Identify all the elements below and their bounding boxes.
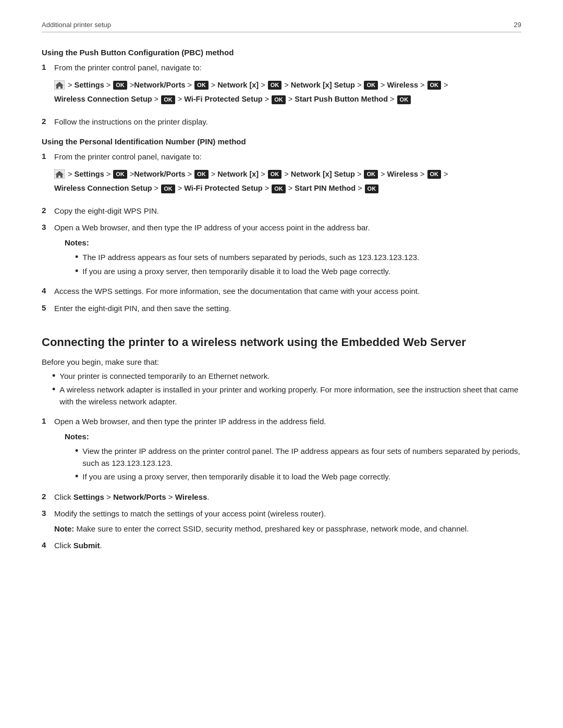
ok-btn-4: OK [364, 81, 378, 90]
pbc-step1-number: 1 [42, 62, 54, 71]
pbc-nav1-netports: >Network/Ports > [128, 81, 194, 89]
ok-btn-p4: OK [364, 170, 378, 179]
embedded-notes-block: Notes: View the printer IP address on th… [65, 431, 521, 483]
pbc-section: Using the Push Button Configuration (PBC… [42, 48, 521, 128]
pin-nav2-wireless: > Wireless > [378, 170, 427, 178]
pbc-step2: 2 Follow the instructions on the printer… [42, 116, 521, 128]
pin-step2: 2 Copy the eight-digit WPS PIN. [42, 205, 521, 217]
pbc-nav1-netxsetup: > Network [x] Setup > [282, 81, 363, 89]
pin-nav2-settings: > Settings > [68, 170, 113, 178]
pin-step3: 3 Open a Web browser, and then type the … [42, 222, 521, 280]
pin-note-1: The IP address appears as four sets of n… [75, 252, 521, 264]
ok-btn-1: OK [113, 81, 127, 90]
embedded-step2-content: Click Settings > Network/Ports > Wireles… [54, 491, 521, 503]
embedded-step2-settings: Settings [74, 492, 104, 501]
ok-btn-p6: OK [161, 184, 175, 193]
pin-heading: Using the Personal Identification Number… [42, 137, 521, 146]
ok-btn-3: OK [268, 81, 282, 90]
embedded-note-1: View the printer IP address on the print… [75, 446, 521, 469]
embedded-step2-mid: > [104, 492, 113, 501]
ok-btn-p2: OK [194, 170, 209, 179]
pbc-nav1-wireless: > Wireless > [378, 81, 427, 89]
embedded-step1-number: 1 [42, 416, 54, 425]
embedded-step2-prefix: Click [54, 492, 74, 501]
pin-section: Using the Personal Identification Number… [42, 137, 521, 314]
pin-step3-text: Open a Web browser, and then type the IP… [54, 223, 370, 232]
embedded-notes-list: View the printer IP address on the print… [75, 446, 521, 483]
ok-btn-7: OK [272, 95, 286, 104]
embedded-step3-content: Modify the settings to match the setting… [54, 508, 521, 535]
pin-nav2-netxsetup: > Network [x] Setup > [282, 170, 363, 178]
embedded-heading: Connecting the printer to a wireless net… [42, 335, 521, 350]
pin-step1-text: From the printer control panel, navigate… [54, 152, 202, 161]
pin-step3-content: Open a Web browser, and then type the IP… [54, 222, 521, 280]
pin-notes-label: Notes: [65, 237, 521, 249]
pbc-nav1: > Settings > OK >Network/Ports > OK > Ne… [54, 78, 521, 107]
pbc-nav1-arrow: > [442, 81, 448, 89]
pin-step3-number: 3 [42, 222, 54, 231]
embedded-notes-label: Notes: [65, 431, 521, 443]
pin-step5: 5 Enter the eight-digit PIN, and then sa… [42, 303, 521, 315]
embedded-step3-number: 3 [42, 508, 54, 517]
embedded-step1-text: Open a Web browser, and then type the pr… [54, 417, 326, 426]
embedded-step4-prefix: Click [54, 541, 74, 550]
pbc-nav1-settings: > Settings > [68, 81, 113, 89]
pin-step2-number: 2 [42, 205, 54, 215]
pin-notes-block: Notes: The IP address appears as four se… [65, 237, 521, 278]
embedded-bullets: Your printer is connected temporarily to… [52, 371, 521, 408]
embedded-step3-note-label: Note: [54, 524, 74, 533]
pin-notes-list: The IP address appears as four sets of n… [75, 252, 521, 277]
pin-step1-content: From the printer control panel, navigate… [54, 151, 521, 200]
pbc-step2-content: Follow the instructions on the printer d… [54, 116, 521, 128]
embedded-intro: Before you begin, make sure that: [42, 357, 521, 366]
ok-btn-p5: OK [427, 170, 442, 179]
pbc-nav1-wcs: Wireless Connection Setup > [54, 95, 161, 103]
pin-nav2-arrow: > [442, 170, 448, 178]
pbc-step1: 1 From the printer control panel, naviga… [42, 62, 521, 111]
embedded-step2-mid2: > [166, 492, 175, 501]
page-number: 29 [514, 21, 521, 29]
home-icon [54, 80, 65, 90]
ok-btn-p3: OK [268, 170, 282, 179]
pin-step1-number: 1 [42, 151, 54, 161]
embedded-note-2: If you are using a proxy server, then te… [75, 471, 521, 483]
pin-step2-content: Copy the eight-digit WPS PIN. [54, 205, 521, 217]
embedded-step1: 1 Open a Web browser, and then type the … [42, 416, 521, 486]
pin-nav2-wps: > Wi-Fi Protected Setup > [176, 184, 272, 192]
embedded-step3-note-text: Make sure to enter the correct SSID, sec… [74, 524, 469, 533]
home-icon-2 [54, 169, 65, 179]
embedded-step1-content: Open a Web browser, and then type the pr… [54, 416, 521, 486]
pin-nav2-startpin: > Start PIN Method > [286, 184, 364, 192]
embedded-step4: 4 Click Submit. [42, 540, 521, 552]
pbc-step1-text: From the printer control panel, navigate… [54, 63, 202, 72]
ok-btn-p1: OK [113, 170, 127, 179]
pin-nav2-netports: >Network/Ports > [128, 170, 194, 178]
pbc-nav1-startpb: > Start Push Button Method > [286, 95, 397, 103]
ok-btn-p7: OK [272, 184, 286, 193]
embedded-step2: 2 Click Settings > Network/Ports > Wirel… [42, 491, 521, 503]
ok-btn-p8: OK [365, 184, 379, 193]
header-bar: Additional printer setup 29 [42, 21, 521, 32]
pin-nav2-netx: > Network [x] > [209, 170, 267, 178]
pin-step4: 4 Access the WPS settings. For more info… [42, 286, 521, 298]
embedded-step4-number: 4 [42, 540, 54, 549]
pbc-nav1-netx: > Network [x] > [209, 81, 267, 89]
pin-step5-content: Enter the eight-digit PIN, and then save… [54, 303, 521, 315]
pin-nav2: > Settings > OK >Network/Ports > OK > Ne… [54, 167, 521, 196]
embedded-step2-number: 2 [42, 491, 54, 501]
embedded-section: Connecting the printer to a wireless net… [42, 335, 521, 552]
ok-btn-6: OK [161, 95, 175, 104]
embedded-step4-content: Click Submit. [54, 540, 521, 552]
embedded-step4-submit: Submit [74, 541, 100, 550]
pin-step4-number: 4 [42, 286, 54, 295]
embedded-step3: 3 Modify the settings to match the setti… [42, 508, 521, 535]
page-container: Additional printer setup 29 Using the Pu… [0, 0, 563, 593]
embedded-step3-text: Modify the settings to match the setting… [54, 509, 326, 518]
embedded-step4-end: . [100, 541, 102, 550]
pbc-heading: Using the Push Button Configuration (PBC… [42, 48, 521, 57]
ok-btn-2: OK [194, 81, 209, 90]
embedded-step2-netports: Network/Ports [113, 492, 166, 501]
embedded-step3-note: Note: Make sure to enter the correct SSI… [54, 523, 521, 535]
pbc-nav1-wps: > Wi-Fi Protected Setup > [176, 95, 272, 103]
pbc-step1-content: From the printer control panel, navigate… [54, 62, 521, 111]
